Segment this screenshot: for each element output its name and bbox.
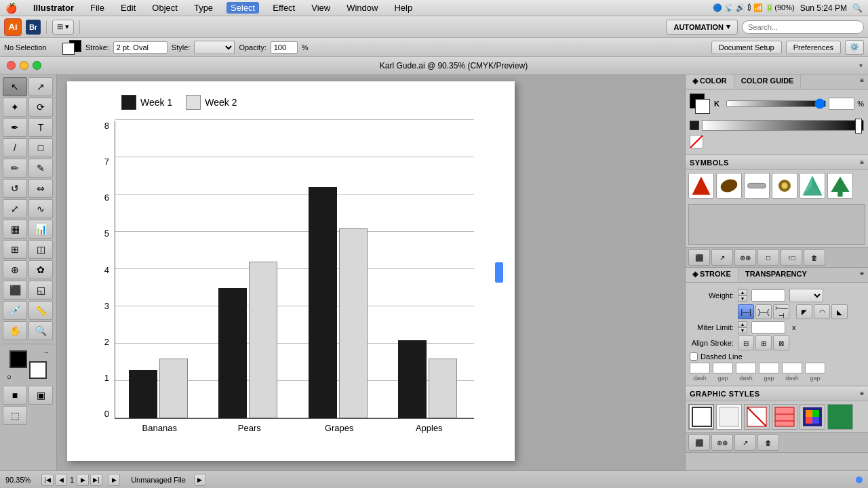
selection-tool[interactable]: ↖ xyxy=(3,77,27,96)
toolbar-extra-btn[interactable]: ⚙️ xyxy=(845,40,864,55)
symbol-flame[interactable] xyxy=(688,173,714,199)
lasso-tool[interactable]: ⟳ xyxy=(28,98,53,117)
symbol-gear[interactable] xyxy=(772,173,797,199)
bar-week1-apples[interactable] xyxy=(398,340,427,419)
weight-unit-dropdown[interactable] xyxy=(789,289,823,302)
gs-item-white[interactable] xyxy=(716,404,742,430)
type-tool[interactable]: T xyxy=(28,118,53,137)
symbol-place-btn[interactable]: ⬛ xyxy=(688,249,710,266)
measure-tool[interactable]: 📏 xyxy=(28,301,53,320)
menu-file[interactable]: File xyxy=(87,3,107,13)
bar-group-bananas[interactable] xyxy=(129,359,188,418)
pencil-tool[interactable]: ✎ xyxy=(28,159,53,178)
fill-mode-btn[interactable]: ■ xyxy=(3,386,27,405)
scroll-indicator-right[interactable] xyxy=(495,262,503,283)
miter-up-btn[interactable]: ▲ xyxy=(738,321,747,327)
nav-prev-btn[interactable]: ◀ xyxy=(55,474,67,486)
graphic-styles-collapse[interactable]: ≡ xyxy=(860,390,864,397)
bar-week2-grapes[interactable] xyxy=(339,228,368,419)
gs-delete-btn[interactable]: 🗑 xyxy=(757,434,779,451)
dash-input-1[interactable] xyxy=(713,363,733,373)
menu-object[interactable]: Object xyxy=(149,3,180,13)
color-swatch-pair[interactable] xyxy=(62,40,81,55)
align-center-btn[interactable]: ⊟ xyxy=(738,336,754,350)
column-chart-tool[interactable]: ⬛ xyxy=(3,281,27,300)
gs-item-default[interactable] xyxy=(688,404,714,430)
gs-item-green[interactable] xyxy=(827,404,853,430)
dashed-line-checkbox[interactable] xyxy=(690,352,698,361)
symbol-arrow-up[interactable] xyxy=(827,173,853,199)
canvas-area[interactable]: Week 1 Week 2 012345678 BananasPe xyxy=(57,75,685,470)
search-input[interactable] xyxy=(742,20,864,34)
default-colors-button[interactable]: ⊙ xyxy=(7,374,12,380)
hand-tool[interactable]: ✋ xyxy=(3,321,27,340)
join-bevel-btn[interactable]: ◣ xyxy=(831,304,848,319)
gs-break-btn[interactable]: ↗ xyxy=(734,434,756,451)
stroke-input[interactable] xyxy=(113,41,167,54)
gs-merge-btn[interactable]: ⊕⊕ xyxy=(711,434,733,451)
bar-chart-tool[interactable]: 📊 xyxy=(28,220,53,239)
symbols-collapse[interactable]: ≡ xyxy=(860,159,864,166)
preferences-button[interactable]: Preferences xyxy=(786,41,841,54)
dash-input-0[interactable] xyxy=(690,363,710,373)
bar-week1-grapes[interactable] xyxy=(309,187,337,418)
cap-butt-btn[interactable]: |—| xyxy=(738,304,754,319)
zoom-tool[interactable]: 🔍 xyxy=(28,321,53,340)
slice-tool[interactable]: ◱ xyxy=(28,281,53,300)
menu-help[interactable]: Help xyxy=(391,3,415,13)
style-dropdown[interactable] xyxy=(194,41,235,54)
blend-tool[interactable]: ⊕ xyxy=(3,260,27,279)
mesh-tool[interactable]: ⊞ xyxy=(3,240,27,259)
collapse-button[interactable]: ▾ xyxy=(859,62,863,69)
miter-down-btn[interactable]: ▼ xyxy=(738,327,747,333)
automation-button[interactable]: AUTOMATION ▾ xyxy=(666,20,738,35)
pen-tool[interactable]: ✒ xyxy=(3,118,27,137)
normal-screen-btn[interactable]: ⬚ xyxy=(3,406,27,425)
rotate-tool[interactable]: ↺ xyxy=(3,179,27,198)
symbol-pyramid[interactable] xyxy=(800,173,825,199)
bar-week1-pears[interactable] xyxy=(218,288,247,419)
bar-group-pears[interactable] xyxy=(218,262,277,418)
color-panel-collapse[interactable]: ≡ xyxy=(856,75,868,89)
symbol-delete-btn[interactable]: 🗑 xyxy=(804,249,825,266)
fill-swatch[interactable] xyxy=(62,43,75,55)
graph-tool[interactable]: ▦ xyxy=(3,220,27,239)
k-value-input[interactable] xyxy=(829,98,854,110)
menu-edit[interactable]: Edit xyxy=(118,3,138,13)
tab-color-guide[interactable]: COLOR GUIDE xyxy=(734,75,802,89)
status-play-btn[interactable]: ▶ xyxy=(194,474,206,486)
menu-type[interactable]: Type xyxy=(191,3,216,13)
window-minimize-button[interactable] xyxy=(20,61,28,70)
rect-tool[interactable]: □ xyxy=(28,138,53,157)
opacity-input[interactable] xyxy=(271,41,298,54)
search-icon-menu[interactable]: 🔍 xyxy=(852,3,863,13)
swap-colors-button[interactable]: ↔ xyxy=(43,349,50,356)
bar-week2-pears[interactable] xyxy=(249,262,277,418)
line-tool[interactable]: / xyxy=(3,138,27,157)
foreground-color-swatch[interactable] xyxy=(9,350,27,368)
workspace-switcher[interactable]: ⊞ ▾ xyxy=(52,20,74,35)
bar-week1-bananas[interactable] xyxy=(129,370,157,419)
symbol-tool[interactable]: ✿ xyxy=(28,260,53,279)
menu-illustrator[interactable]: Illustrator xyxy=(31,3,77,13)
dash-input-5[interactable] xyxy=(805,363,825,373)
warp-tool[interactable]: ∿ xyxy=(28,199,53,218)
window-close-button[interactable] xyxy=(7,61,16,70)
dash-input-2[interactable] xyxy=(736,363,756,373)
black-swatch[interactable] xyxy=(690,121,699,130)
nav-first-btn[interactable]: |◀ xyxy=(41,474,54,486)
nav-last-btn[interactable]: ▶| xyxy=(90,474,102,486)
gradient-tool[interactable]: ◫ xyxy=(28,240,53,259)
menu-view[interactable]: View xyxy=(309,3,333,13)
bar-week2-apples[interactable] xyxy=(429,359,457,418)
symbol-break-btn[interactable]: ↗ xyxy=(711,249,733,266)
bar-group-apples[interactable] xyxy=(398,340,457,419)
gs-item-striped[interactable] xyxy=(772,404,797,430)
dash-input-4[interactable] xyxy=(782,363,802,373)
stroke-panel-collapse[interactable]: ≡ xyxy=(856,268,868,282)
none-swatch[interactable] xyxy=(690,135,703,148)
gs-item-red-x[interactable] xyxy=(744,404,770,430)
magic-wand-tool[interactable]: ✦ xyxy=(3,98,27,117)
symbol-new-btn[interactable]: ↑□ xyxy=(781,249,802,266)
gradient-thumb[interactable] xyxy=(855,119,862,134)
